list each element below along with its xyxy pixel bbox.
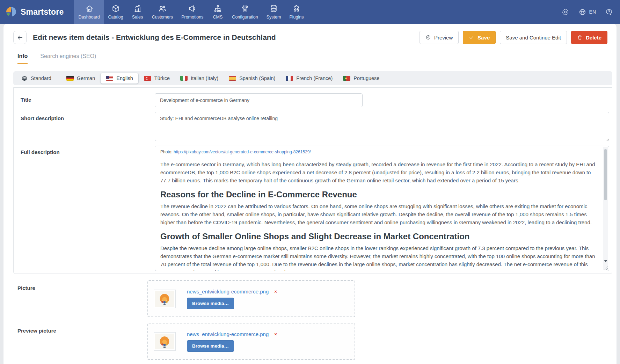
- short-description-textarea[interactable]: Study: EHI and ecommerceDB analyse onlin…: [155, 112, 609, 141]
- detail-tabs: Info Search engines (SEO): [3, 53, 617, 64]
- help-icon[interactable]: [605, 8, 613, 16]
- description-heading-1: Reasons for the Decline in E-Commerce Re…: [160, 190, 597, 199]
- divider: [59, 74, 59, 82]
- preview-picture-filename-link[interactable]: news_entwicklung-ecommerce.png: [187, 331, 269, 337]
- lang-tab-spanish[interactable]: Spanish (Spain): [224, 73, 280, 83]
- title-row: Title: [21, 93, 609, 107]
- picture-thumbnail[interactable]: [154, 290, 176, 308]
- arrow-left-icon: [17, 34, 23, 41]
- preview-picture-label: Preview picture: [13, 323, 147, 360]
- main-content-card: Edit news item details - Entwicklung des…: [3, 24, 617, 364]
- full-description-label: Full description: [21, 146, 155, 271]
- lang-tab-english[interactable]: English: [100, 73, 139, 84]
- eye-icon: [425, 35, 431, 40]
- flag-spain: [229, 76, 236, 81]
- nav-item-system[interactable]: System: [262, 0, 285, 24]
- short-description-label: Short description: [21, 112, 155, 141]
- language-tab-bar: Standard German English Türkce Italian (…: [13, 71, 612, 85]
- lang-tab-german[interactable]: German: [61, 73, 100, 83]
- preview-picture-thumbnail[interactable]: [154, 332, 176, 351]
- megaphone-icon: [188, 4, 197, 13]
- scrollbar-thumb[interactable]: [604, 149, 607, 200]
- nav-item-cms[interactable]: CMS: [207, 0, 228, 24]
- browse-media-button[interactable]: Browse media…: [187, 298, 234, 309]
- remove-preview-picture-icon[interactable]: ×: [274, 332, 277, 337]
- picture-label: Picture: [13, 280, 147, 317]
- main-menu: Dashboard Catalog Sales Customers Promot…: [74, 0, 308, 24]
- localized-form-panel: Title Short description Study: EHI and e…: [13, 87, 612, 274]
- remove-picture-icon[interactable]: ×: [274, 289, 277, 294]
- description-paragraph-3: Despite the revenue decline among large …: [160, 244, 597, 271]
- picture-thumbnail-image: [155, 291, 174, 307]
- resize-grip-icon[interactable]: [604, 266, 608, 270]
- preview-button[interactable]: Preview: [420, 31, 459, 44]
- picture-info: news_entwicklung-ecommerce.png × Browse …: [187, 289, 277, 309]
- editor-scrollbar[interactable]: [603, 147, 608, 270]
- save-and-continue-button[interactable]: Save and Continue Edit: [500, 31, 567, 44]
- title-label: Title: [21, 93, 155, 107]
- picture-filename-link[interactable]: news_entwicklung-ecommerce.png: [187, 289, 269, 294]
- preview-picture-row: Preview picture news_entwicklung-ecommer…: [13, 323, 612, 360]
- people-icon: [158, 4, 167, 13]
- short-description-row: Short description Study: EHI and ecommer…: [21, 112, 609, 141]
- preview-picture-thumbnail-image: [155, 334, 174, 349]
- flag-germany: [66, 76, 74, 81]
- sitemap-icon: [213, 4, 222, 13]
- page-title: Edit news item details - Entwicklung des…: [33, 33, 276, 42]
- preview-picture-dropzone[interactable]: news_entwicklung-ecommerce.png × Browse …: [147, 323, 355, 360]
- picture-filename-row: news_entwicklung-ecommerce.png ×: [187, 289, 277, 294]
- photo-credit-line: Photo: https://pixabay.com/vectors/ai-ge…: [160, 150, 597, 154]
- nav-item-customers[interactable]: Customers: [148, 0, 177, 24]
- smartstore-logo-icon: [5, 6, 17, 18]
- header-actions: Preview Save Save and Continue Edit Dele…: [420, 31, 607, 44]
- nav-item-configuration[interactable]: Configuration: [228, 0, 262, 24]
- lang-tab-standard[interactable]: Standard: [16, 73, 57, 84]
- globe-icon: [578, 8, 586, 16]
- smartstore-brand[interactable]: Smartstore: [5, 0, 74, 24]
- page-header: Edit news item details - Entwicklung des…: [3, 24, 617, 44]
- flag-usa: [106, 76, 113, 81]
- database-icon: [269, 4, 278, 13]
- nav-item-plugins[interactable]: Plugins: [285, 0, 308, 24]
- tab-info[interactable]: Info: [17, 53, 28, 64]
- navbar-right-tools: EN: [561, 0, 613, 24]
- flag-turkey: [144, 76, 151, 81]
- tab-seo[interactable]: Search engines (SEO): [40, 53, 96, 64]
- scrollbar-down-arrow-icon[interactable]: [604, 260, 607, 262]
- preview-browse-media-button[interactable]: Browse media…: [187, 340, 234, 352]
- cube-icon: [111, 4, 120, 13]
- full-description-row: Full description Photo: https://pixabay.…: [21, 146, 609, 271]
- delete-button[interactable]: Delete: [571, 31, 607, 44]
- flag-france: [286, 76, 293, 81]
- globe-icon: [21, 75, 28, 81]
- bar-chart-icon: [133, 4, 142, 13]
- lang-tab-portuguese[interactable]: Portuguese: [338, 73, 385, 83]
- locale-switcher[interactable]: EN: [578, 8, 596, 16]
- title-input[interactable]: [155, 93, 363, 107]
- flag-italy: [180, 76, 188, 81]
- full-description-editor[interactable]: Photo: https://pixabay.com/vectors/ai-ge…: [155, 146, 609, 271]
- save-button[interactable]: Save: [463, 31, 496, 44]
- picture-row: Picture news_entwicklung-ecommerce.png: [13, 280, 612, 317]
- nav-item-sales[interactable]: Sales: [127, 0, 148, 24]
- lang-tab-italian[interactable]: Italian (Italy): [175, 73, 224, 83]
- brand-name: Smartstore: [21, 7, 64, 17]
- lang-tab-turkish[interactable]: Türkce: [139, 73, 175, 83]
- back-button[interactable]: [13, 31, 27, 44]
- gear-icon[interactable]: [561, 8, 569, 16]
- picture-dropzone[interactable]: news_entwicklung-ecommerce.png × Browse …: [147, 280, 355, 317]
- flag-portugal: [343, 76, 350, 81]
- photo-credit-link[interactable]: https://pixabay.com/vectors/ai-generated…: [174, 150, 311, 154]
- top-navbar: Smartstore Dashboard Catalog Sales Custo…: [0, 0, 620, 24]
- sliders-icon: [241, 4, 249, 13]
- check-icon: [469, 35, 474, 40]
- home-icon: [85, 4, 94, 13]
- description-paragraph-2: The revenue decline in 2022 can be attri…: [160, 202, 597, 226]
- nav-item-promotions[interactable]: Promotions: [177, 0, 207, 24]
- trash-icon: [577, 35, 583, 40]
- lang-tab-french[interactable]: French (France): [280, 73, 338, 83]
- puzzle-icon: [292, 4, 301, 13]
- description-heading-2: Growth of Smaller Online Shops and Sligh…: [160, 232, 597, 241]
- nav-item-catalog[interactable]: Catalog: [104, 0, 127, 24]
- nav-item-dashboard[interactable]: Dashboard: [74, 0, 104, 24]
